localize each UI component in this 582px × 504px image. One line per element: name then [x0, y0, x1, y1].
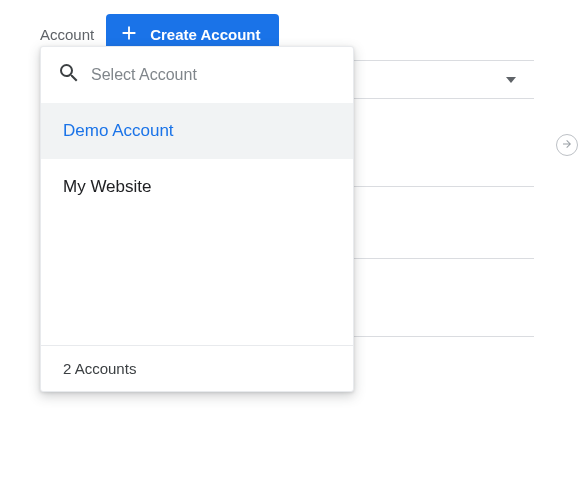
create-account-button-label: Create Account — [150, 26, 260, 43]
account-selector-dropdown: Demo Account My Website 2 Accounts — [40, 46, 354, 392]
chevron-down-icon — [506, 77, 516, 83]
arrow-right-icon — [561, 137, 573, 153]
side-forward-button[interactable] — [556, 134, 578, 156]
search-row — [41, 47, 353, 103]
dropdown-spacer — [41, 215, 353, 345]
search-icon — [57, 61, 81, 88]
account-heading: Account — [40, 26, 94, 43]
account-count-footer: 2 Accounts — [41, 345, 353, 391]
account-search-input[interactable] — [91, 66, 337, 84]
account-option-demo[interactable]: Demo Account — [41, 103, 353, 159]
plus-icon — [118, 22, 140, 47]
account-option-mywebsite[interactable]: My Website — [41, 159, 353, 215]
